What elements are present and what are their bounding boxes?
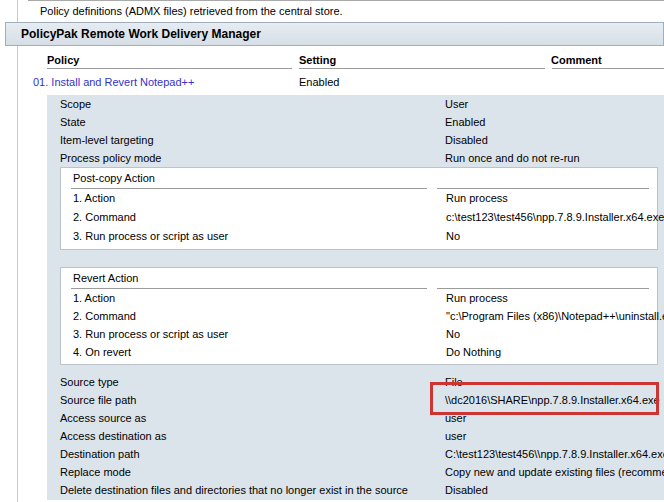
detail-row-access-source-as: Access source as user xyxy=(47,409,664,427)
detail-label: State xyxy=(60,113,86,131)
detail-label: Scope xyxy=(60,95,91,113)
header-underline xyxy=(47,68,292,69)
detail-value: Run once and do not re-run xyxy=(445,149,580,167)
detail-label: 3. Run process or script as user xyxy=(73,227,228,246)
policy-link[interactable]: 01. Install and Revert Notepad++ xyxy=(33,73,194,91)
detail-row-action: 1. Action Run process xyxy=(61,189,657,208)
revert-action-box: Revert Action 1. Action Run process 2. C… xyxy=(60,267,658,365)
detail-row-source-type: Source type File xyxy=(47,373,664,391)
detail-row-command: 2. Command "c:\Program Files (x86)\Notep… xyxy=(61,307,657,325)
header-underline xyxy=(552,68,664,69)
detail-value: Disabled xyxy=(445,481,488,499)
column-header-setting: Setting xyxy=(299,52,336,68)
detail-label: 3. Run process or script as user xyxy=(73,325,228,343)
detail-label: Item-level targeting xyxy=(60,131,154,149)
detail-row-destination-path: Destination path C:\test123\test456\\npp… xyxy=(47,445,664,463)
detail-row-run-as-user: 3. Run process or script as user No xyxy=(61,325,657,343)
detail-value: \\dc2016\SHARE\npp.7.8.9.Installer.x64.e… xyxy=(445,391,660,409)
admx-central-store-note: Policy definitions (ADMX files) retrieve… xyxy=(40,3,343,19)
detail-label: 2. Command xyxy=(73,307,136,325)
header-underline xyxy=(299,68,545,69)
detail-value: Do Nothing xyxy=(446,343,501,361)
detail-value: c:\test123\test456\npp.7.8.9.Installer.x… xyxy=(446,208,664,227)
section-header-bar[interactable]: PolicyPak Remote Work Delivery Manager xyxy=(5,22,664,46)
detail-value: File xyxy=(445,373,463,391)
detail-label: 4. On revert xyxy=(73,343,131,361)
detail-value: "c:\Program Files (x86)\Notepad++\uninst… xyxy=(446,307,664,325)
detail-row-item-level-targeting: Item-level targeting Disabled xyxy=(47,131,664,149)
detail-value: user xyxy=(445,427,466,445)
column-header-policy: Policy xyxy=(47,52,79,68)
detail-value: Copy new and update existing files (reco… xyxy=(445,463,664,481)
detail-row-on-revert: 4. On revert Do Nothing xyxy=(61,343,657,361)
detail-label: Source type xyxy=(60,373,119,391)
policy-details-panel: Scope User State Enabled Item-level targ… xyxy=(47,95,664,500)
left-rule xyxy=(17,0,18,502)
detail-label: Source file path xyxy=(60,391,136,409)
detail-row-replace-mode: Replace mode Copy new and update existin… xyxy=(47,463,664,481)
detail-row-process-policy-mode: Process policy mode Run once and do not … xyxy=(47,149,664,167)
detail-label: 1. Action xyxy=(73,189,115,208)
detail-label: Delete destination files and directories… xyxy=(60,481,408,499)
detail-value: Run process xyxy=(446,189,508,208)
detail-value: C:\test123\test456\\npp.7.8.9.Installer.… xyxy=(445,445,664,463)
detail-value: User xyxy=(445,95,468,113)
detail-label: Destination path xyxy=(60,445,140,463)
detail-row-command: 2. Command c:\test123\test456\npp.7.8.9.… xyxy=(61,208,657,227)
detail-label: Access destination as xyxy=(60,427,166,445)
detail-label: Access source as xyxy=(60,409,146,427)
detail-value: Run process xyxy=(446,289,508,307)
detail-label: Process policy mode xyxy=(60,149,162,167)
policy-setting-value: Enabled xyxy=(299,73,339,91)
post-copy-action-title: Post-copy Action xyxy=(61,168,657,188)
revert-action-title: Revert Action xyxy=(61,268,657,288)
post-copy-action-box: Post-copy Action 1. Action Run process 2… xyxy=(60,167,658,250)
detail-row-source-file-path: Source file path \\dc2016\SHARE\npp.7.8.… xyxy=(47,391,664,409)
detail-value: Enabled xyxy=(445,113,485,131)
detail-row-action: 1. Action Run process xyxy=(61,289,657,307)
section-title: PolicyPak Remote Work Delivery Manager xyxy=(21,27,261,41)
top-rule xyxy=(28,0,664,1)
general-settings: Scope User State Enabled Item-level targ… xyxy=(47,95,664,167)
detail-row-delete-destination: Delete destination files and directories… xyxy=(47,481,664,499)
source-settings: Source type File Source file path \\dc20… xyxy=(47,373,664,499)
detail-row-scope: Scope User xyxy=(47,95,664,113)
detail-value: user xyxy=(445,409,466,427)
column-header-comment: Comment xyxy=(551,52,602,68)
detail-label: 1. Action xyxy=(73,289,115,307)
detail-row-state: State Enabled xyxy=(47,113,664,131)
detail-label: Replace mode xyxy=(60,463,131,481)
detail-row-run-as-user: 3. Run process or script as user No xyxy=(61,227,657,246)
detail-value: Disabled xyxy=(445,131,488,149)
detail-value: No xyxy=(446,325,460,343)
detail-label: 2. Command xyxy=(73,208,136,227)
detail-row-access-destination-as: Access destination as user xyxy=(47,427,664,445)
detail-value: No xyxy=(446,227,460,246)
